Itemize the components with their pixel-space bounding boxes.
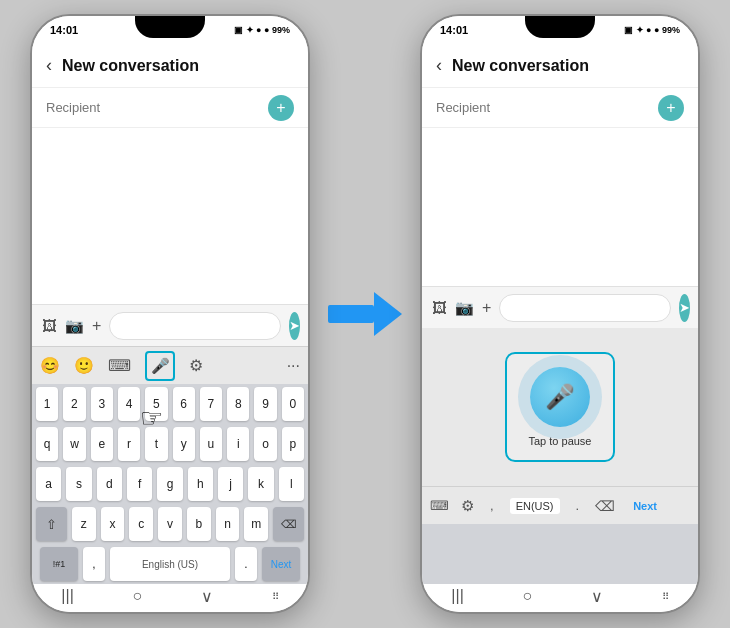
key-p[interactable]: p xyxy=(282,427,304,461)
next-label-right[interactable]: Next xyxy=(633,500,657,512)
key-o[interactable]: o xyxy=(254,427,276,461)
delete-icon-right[interactable]: ⌫ xyxy=(595,498,615,514)
mic-button-highlighted[interactable]: 🎤 xyxy=(145,351,175,381)
status-time-right: 14:01 xyxy=(440,24,468,36)
key-d[interactable]: d xyxy=(97,467,122,501)
keyboard-left: 1 2 3 4 5 6 7 8 9 0 q w e r t y u i xyxy=(32,384,308,584)
key-6[interactable]: 6 xyxy=(173,387,195,421)
key-2[interactable]: 2 xyxy=(63,387,85,421)
key-3[interactable]: 3 xyxy=(91,387,113,421)
mic-icon-left: 🎤 xyxy=(151,357,170,375)
toolbar-right: 🖼 📷 + ➤ xyxy=(422,286,698,328)
home-icon-left[interactable]: ○ xyxy=(133,587,143,605)
period-key[interactable]: . xyxy=(235,547,257,581)
message-input-right[interactable] xyxy=(499,294,671,322)
keyboard-collapsed-right xyxy=(422,524,698,584)
key-5[interactable]: 5 xyxy=(145,387,167,421)
plus-icon-left[interactable]: + xyxy=(92,317,101,335)
key-n[interactable]: n xyxy=(216,507,240,541)
menu-icon-right[interactable]: ⠿ xyxy=(662,591,669,602)
plus-icon-right[interactable]: + xyxy=(482,299,491,317)
image-icon-right[interactable]: 🖼 xyxy=(432,299,447,316)
key-g[interactable]: g xyxy=(157,467,182,501)
voice-recording-area: 🎤 Tap to pause xyxy=(422,328,698,486)
mic-circle[interactable]: 🎤 xyxy=(530,367,590,427)
header-title-right: New conversation xyxy=(452,57,589,75)
key-v[interactable]: v xyxy=(158,507,182,541)
key-b[interactable]: b xyxy=(187,507,211,541)
back-nav-icon-right[interactable]: ∨ xyxy=(591,587,603,606)
send-button-left[interactable]: ➤ xyxy=(289,312,300,340)
message-area-left xyxy=(32,128,308,304)
bottom-nav-left: ||| ○ ∨ ⠿ xyxy=(32,584,308,612)
shift-key[interactable]: ⇧ xyxy=(36,507,67,541)
key-y[interactable]: y xyxy=(173,427,195,461)
recent-apps-icon-left[interactable]: ||| xyxy=(61,587,73,605)
add-recipient-button-left[interactable]: + xyxy=(268,95,294,121)
key-t[interactable]: t xyxy=(145,427,167,461)
language-key-right[interactable]: EN(US) xyxy=(510,498,560,514)
key-e[interactable]: e xyxy=(91,427,113,461)
key-x[interactable]: x xyxy=(101,507,125,541)
image-icon-left[interactable]: 🖼 xyxy=(42,317,57,334)
home-icon-right[interactable]: ○ xyxy=(523,587,533,605)
camera-icon-left[interactable]: 📷 xyxy=(65,317,84,335)
sticker-icon-left[interactable]: 🙂 xyxy=(74,356,94,375)
send-icon-left: ➤ xyxy=(289,318,300,333)
status-time-left: 14:01 xyxy=(50,24,78,36)
key-8[interactable]: 8 xyxy=(227,387,249,421)
period-label-right[interactable]: . xyxy=(576,498,580,513)
back-button-right[interactable]: ‹ xyxy=(436,55,442,76)
key-j[interactable]: j xyxy=(218,467,243,501)
key-f[interactable]: f xyxy=(127,467,152,501)
back-nav-icon-left[interactable]: ∨ xyxy=(201,587,213,606)
recipient-input-right[interactable] xyxy=(436,100,658,115)
back-button-left[interactable]: ‹ xyxy=(46,55,52,76)
key-row-zxcv: ⇧ z x c v b n m ⌫ xyxy=(32,504,308,544)
key-9[interactable]: 9 xyxy=(254,387,276,421)
key-1[interactable]: 1 xyxy=(36,387,58,421)
recent-apps-icon-right[interactable]: ||| xyxy=(451,587,463,605)
key-a[interactable]: a xyxy=(36,467,61,501)
key-w[interactable]: w xyxy=(63,427,85,461)
gear-icon-right[interactable]: ⚙ xyxy=(461,497,474,515)
delete-key[interactable]: ⌫ xyxy=(273,507,304,541)
key-z[interactable]: z xyxy=(72,507,96,541)
space-key[interactable]: English (US) xyxy=(110,547,230,581)
key-q[interactable]: q xyxy=(36,427,58,461)
emoji-icon-left[interactable]: 😊 xyxy=(40,356,60,375)
phone-left: 14:01 ▣ ✦ ● ● 99% ‹ New conversation + 🖼… xyxy=(30,14,310,614)
message-area-right xyxy=(422,128,698,286)
send-icon-right: ➤ xyxy=(679,300,690,315)
bottom-nav-right: ||| ○ ∨ ⠿ xyxy=(422,584,698,612)
key-l[interactable]: l xyxy=(279,467,304,501)
key-4[interactable]: 4 xyxy=(118,387,140,421)
key-row-qwerty: q w e r t y u i o p xyxy=(32,424,308,464)
keyboard-icon-right[interactable]: ⌨ xyxy=(430,498,449,513)
send-button-right[interactable]: ➤ xyxy=(679,294,690,322)
camera-icon-right[interactable]: 📷 xyxy=(455,299,474,317)
comma-label-right[interactable]: , xyxy=(490,498,494,513)
menu-icon-left[interactable]: ⠿ xyxy=(272,591,279,602)
gear-icon-left[interactable]: ⚙ xyxy=(189,356,203,375)
comma-key[interactable]: , xyxy=(83,547,105,581)
key-m[interactable]: m xyxy=(244,507,268,541)
key-h[interactable]: h xyxy=(188,467,213,501)
recipient-input-left[interactable] xyxy=(46,100,268,115)
message-input-left[interactable] xyxy=(109,312,281,340)
key-c[interactable]: c xyxy=(129,507,153,541)
mic-tap-container[interactable]: 🎤 Tap to pause xyxy=(505,352,615,462)
keyboard-icon-left[interactable]: ⌨ xyxy=(108,356,131,375)
key-u[interactable]: u xyxy=(200,427,222,461)
key-7[interactable]: 7 xyxy=(200,387,222,421)
key-r[interactable]: r xyxy=(118,427,140,461)
key-k[interactable]: k xyxy=(248,467,273,501)
numbers-key[interactable]: !#1 xyxy=(40,547,78,581)
more-icon-left[interactable]: ··· xyxy=(287,357,300,375)
key-i[interactable]: i xyxy=(227,427,249,461)
next-key[interactable]: Next xyxy=(262,547,300,581)
add-recipient-button-right[interactable]: + xyxy=(658,95,684,121)
tap-to-pause-label: Tap to pause xyxy=(529,435,592,447)
key-s[interactable]: s xyxy=(66,467,91,501)
key-0[interactable]: 0 xyxy=(282,387,304,421)
